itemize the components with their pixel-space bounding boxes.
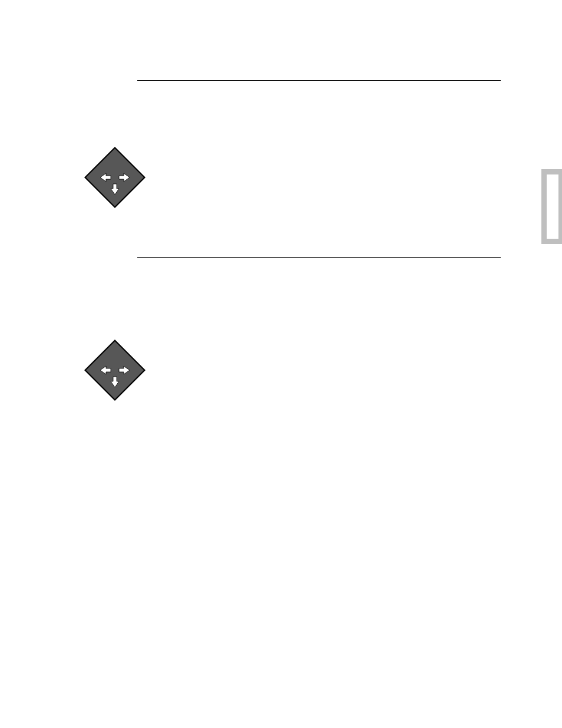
section-divider: [137, 257, 501, 258]
side-tab-inner: [547, 174, 558, 239]
svg-marker-1: [86, 149, 144, 206]
navigation-diamond-icon: [84, 147, 131, 194]
side-tab: [541, 169, 562, 244]
svg-marker-6: [86, 341, 144, 399]
section-divider: [137, 80, 501, 81]
navigation-diamond-icon: [84, 340, 131, 387]
